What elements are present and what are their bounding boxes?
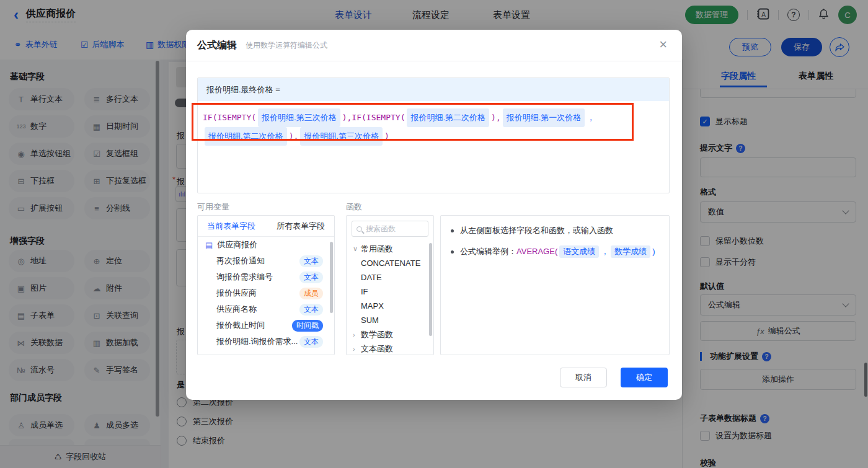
cancel-button[interactable]: 取消 <box>560 368 607 387</box>
field-type-badge: 文本 <box>299 336 323 348</box>
dialog-title: 公式编辑 <box>197 39 237 52</box>
formula-text: ), <box>491 113 501 122</box>
variable-row[interactable]: 报价明细.询报价需求...文本 <box>198 333 334 350</box>
chevron-down-icon: ∨ <box>353 245 361 253</box>
function-item-MAPX[interactable]: MAPX <box>347 299 433 313</box>
formula-editor[interactable]: 报价明细.最终价格 = IF(ISEMPTY(报价明细.第三次价格),IF(IS… <box>197 77 670 193</box>
field-token[interactable]: 报价明细.第三次价格 <box>258 108 340 127</box>
formula-text: ) <box>384 131 389 141</box>
field-type-badge: 文本 <box>299 272 323 283</box>
formula-text: ) <box>652 247 655 256</box>
close-icon[interactable]: × <box>659 38 667 51</box>
variable-name: 再次报价通知 <box>216 255 299 267</box>
list-scrollbar[interactable] <box>429 243 432 336</box>
search-placeholder: 搜索函数 <box>366 224 396 234</box>
tab-current-form-fields[interactable]: 当前表单字段 <box>207 221 255 232</box>
variable-row[interactable]: 报价截止时间时间戳 <box>198 317 334 333</box>
function-item-CONCATENATE[interactable]: CONCATENATE <box>347 256 433 270</box>
functions-panel: 搜索函数 ∨常用函数CONCATENATEDATEIFMAPXSUM›数学函数›… <box>346 215 434 355</box>
help-line-example: 公式编辑举例：AVERAGE(语文成绩，数学成绩) <box>451 245 659 258</box>
function-group-label: 文本函数 <box>361 343 393 355</box>
form-doc-icon: ▤ <box>205 241 213 250</box>
formula-line: IF(ISEMPTY(报价明细.第三次价格),IF(ISEMPTY(报价明细.第… <box>203 108 664 127</box>
formula-text: ),IF(ISEMPTY( <box>342 113 405 122</box>
function-item-IF[interactable]: IF <box>347 285 433 299</box>
variable-row[interactable]: 供应商名称文本 <box>198 301 334 317</box>
function-group-label: 常用函数 <box>361 244 393 255</box>
variable-row[interactable]: 报价供应商成员 <box>198 285 334 301</box>
chevron-right-icon: › <box>353 345 361 353</box>
dialog-subtitle: 使用数学运算符编辑公式 <box>246 40 327 51</box>
function-item-DATE[interactable]: DATE <box>347 270 433 285</box>
confirm-button[interactable]: 确定 <box>621 368 668 387</box>
field-token[interactable]: 报价明细.第二次价格 <box>205 127 287 146</box>
chevron-right-icon: › <box>353 331 361 338</box>
formula-text: ， <box>587 113 595 122</box>
variable-name: 报价供应商 <box>216 288 299 299</box>
app-root: ‹ 供应商报价 表单设计流程设定表单设置 数据管理 A ? C ⚭表单外链☑后端… <box>0 0 868 468</box>
variable-name: 报价截止时间 <box>216 320 292 331</box>
field-type-badge: 文本 <box>299 304 323 316</box>
field-token[interactable]: 报价明细.第二次价格 <box>407 108 489 127</box>
help-line: 从左侧面板选择字段名和函数，或输入函数 <box>451 224 659 237</box>
field-token[interactable]: 数学成绩 <box>611 245 650 258</box>
function-item-SUM[interactable]: SUM <box>347 313 433 327</box>
formula-text: ), <box>289 131 299 141</box>
field-type-badge: 文本 <box>299 255 323 267</box>
variable-row[interactable]: 询报价需求编号文本 <box>198 269 334 285</box>
variables-tabs: 当前表单字段 所有表单字段 <box>198 216 334 237</box>
field-type-badge: 时间戳 <box>292 320 323 332</box>
formula-edit-dialog: 公式编辑 使用数学运算符编辑公式 × 报价明细.最终价格 = IF(ISEMPT… <box>186 30 682 400</box>
function-group-数学函数[interactable]: ›数学函数 <box>347 327 433 342</box>
function-search-input[interactable]: 搜索函数 <box>352 221 428 237</box>
field-token[interactable]: 语文成绩 <box>559 245 599 258</box>
bullet-icon <box>451 229 454 232</box>
variable-name: 报价明细.询报价需求... <box>216 336 299 347</box>
function-group-文本函数[interactable]: ›文本函数 <box>347 342 433 355</box>
function-group-label: 数学函数 <box>361 329 393 340</box>
functions-label: 函数 <box>346 201 362 213</box>
formula-result-label: 报价明细.最终价格 = <box>198 78 669 101</box>
field-token[interactable]: 报价明细.第一次价格 <box>503 108 585 127</box>
formula-help-panel: 从左侧面板选择字段名和函数，或输入函数 公式编辑举例：AVERAGE(语文成绩，… <box>440 215 670 355</box>
field-token[interactable]: 报价明细.第三次价格 <box>300 127 383 146</box>
variable-row[interactable]: 再次报价通知文本 <box>198 253 334 269</box>
variables-panel: 当前表单字段 所有表单字段 ▤供应商报价再次报价通知文本询报价需求编号文本报价供… <box>197 215 335 355</box>
formula-line: 报价明细.第二次价格),报价明细.第三次价格) <box>203 127 664 146</box>
search-icon <box>356 226 362 232</box>
function-group-常用函数[interactable]: ∨常用函数 <box>347 242 433 256</box>
dialog-header: 公式编辑 使用数学运算符编辑公式 <box>186 30 682 61</box>
formula-code[interactable]: IF(ISEMPTY(报价明细.第三次价格),IF(ISEMPTY(报价明细.第… <box>198 101 669 146</box>
variable-root-row[interactable]: ▤供应商报价 <box>198 237 334 253</box>
variables-label: 可用变量 <box>197 201 229 213</box>
formula-text: IF(ISEMPTY( <box>203 113 256 122</box>
variable-root-name: 供应商报价 <box>217 239 328 250</box>
variable-name: 供应商名称 <box>216 304 299 315</box>
formula-text: ， <box>601 247 609 256</box>
bullet-icon <box>451 250 454 254</box>
list-scrollbar[interactable] <box>330 242 333 313</box>
field-type-badge: 成员 <box>299 288 323 299</box>
variable-name: 询报价需求编号 <box>216 272 299 283</box>
formula-text: AVERAGE( <box>516 247 557 256</box>
tab-all-form-fields[interactable]: 所有表单字段 <box>277 221 325 232</box>
